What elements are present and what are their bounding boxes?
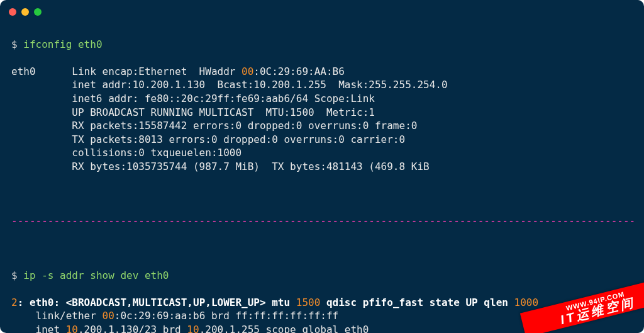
titlebar xyxy=(0,0,644,21)
inet6-line: inet6 addr: fe80::20c:29ff:fe69:aab6/64 … xyxy=(72,93,375,104)
terminal-content: $ ifconfig eth0 eth0 Link encap:Ethernet… xyxy=(0,21,644,333)
flags-line: UP BROADCAST RUNNING MULTICAST MTU:1500 … xyxy=(72,106,375,118)
close-icon[interactable] xyxy=(9,8,16,16)
minimize-icon[interactable] xyxy=(21,8,29,16)
tx-line: TX packets:8013 errors:0 dropped:0 overr… xyxy=(72,133,405,145)
prompt-symbol: $ xyxy=(11,269,18,281)
command-2: ip -s addr show dev eth0 xyxy=(23,269,169,281)
command-line-1: $ ifconfig eth0 xyxy=(11,38,633,52)
separator: ----------------------------------------… xyxy=(11,214,633,228)
inet-line: inet addr:10.200.1.130 Bcast:10.200.1.25… xyxy=(72,79,447,91)
iface: eth0 xyxy=(11,65,36,77)
terminal-window: $ ifconfig eth0 eth0 Link encap:Ethernet… xyxy=(0,0,644,333)
prompt-symbol: $ xyxy=(11,38,18,50)
command-1: ifconfig eth0 xyxy=(23,38,102,50)
rx-line: RX packets:15587442 errors:0 dropped:0 o… xyxy=(72,120,417,132)
command-line-2: $ ip -s addr show dev eth0 xyxy=(11,269,633,283)
bytes-line: RX bytes:1035735744 (987.7 MiB) TX bytes… xyxy=(72,161,429,172)
ifconfig-output: eth0 Link encap:Ethernet HWaddr 00:0C:29… xyxy=(11,65,633,174)
collisions-line: collisions:0 txqueuelen:1000 xyxy=(72,147,242,159)
blank-2 xyxy=(11,242,633,256)
zoom-icon[interactable] xyxy=(34,8,42,16)
blank-1 xyxy=(11,187,633,201)
